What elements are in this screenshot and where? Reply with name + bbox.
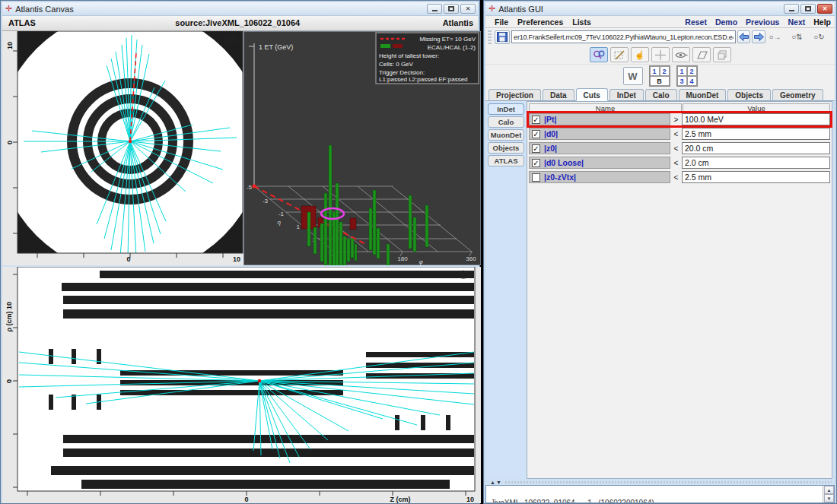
zoom-mode-button[interactable] <box>590 47 608 62</box>
cut-operator[interactable]: < <box>670 173 682 182</box>
tab-data[interactable]: Data <box>543 89 574 100</box>
floppy-disk-icon <box>497 32 508 42</box>
legend-trigger-label: Trigger Decision: <box>379 69 425 76</box>
save-button[interactable] <box>495 30 510 44</box>
grid-b-cell-1[interactable]: 1 <box>650 66 660 76</box>
cut-value-field[interactable]: 100.0 MeV <box>682 113 830 125</box>
checkbox[interactable] <box>532 173 540 182</box>
crosshair-icon <box>654 49 667 61</box>
scroll-down-button[interactable]: ▼ <box>824 494 834 502</box>
cut-operator[interactable]: < <box>670 130 682 138</box>
yx-x-right-label: 10 <box>233 255 240 263</box>
maximize-button[interactable] <box>444 4 459 14</box>
layout-grid-4[interactable]: 1 2 3 4 <box>676 65 698 87</box>
menu-demo[interactable]: Demo <box>715 17 737 27</box>
tab-calo[interactable]: Calo <box>645 89 677 100</box>
svg-text:-1: -1 <box>278 211 285 217</box>
tab-objects[interactable]: Objects <box>727 89 771 100</box>
previous-file-button[interactable] <box>737 30 751 43</box>
side-tab-muondet[interactable]: MuonDet <box>488 129 524 141</box>
rz-x-axis-label: Z (cm) <box>390 496 411 503</box>
grid-b-cell-b[interactable]: B <box>650 76 670 86</box>
rubberband-mode-button[interactable] <box>610 47 629 62</box>
canvas-titlebar[interactable]: ✛ Atlantis Canvas ✕ <box>2 2 478 16</box>
output-console[interactable]: JiveXML_106022_01064 1 (106022001064) ▲ … <box>485 485 835 503</box>
menu-lists[interactable]: Lists <box>572 17 591 27</box>
fisheye-mode-button[interactable] <box>672 47 690 62</box>
layout-grid-b[interactable]: 1 2 B <box>649 65 670 87</box>
skew-mode-button[interactable] <box>692 47 711 62</box>
loop-updown-icon[interactable]: ○⇅ <box>788 30 807 43</box>
scroll-up-button[interactable]: ▲ <box>824 486 834 494</box>
copy-layout-button[interactable] <box>713 47 731 62</box>
side-tab-indet[interactable]: InDet <box>488 103 524 115</box>
eta-symbol: η <box>278 219 282 226</box>
grid-4-cell-1[interactable]: 1 <box>677 66 687 76</box>
output-scrollbar[interactable]: ▲ ▼ <box>823 486 834 502</box>
gui-titlebar[interactable]: ✛ Atlantis GUI ✕ <box>485 2 835 16</box>
cut-name-cell[interactable]: ✓ |Pt| <box>529 113 670 125</box>
tab-projection[interactable]: Projection <box>489 89 541 100</box>
menu-next[interactable]: Next <box>788 17 805 27</box>
side-tab-calo[interactable]: Calo <box>488 116 524 128</box>
side-tab-objects[interactable]: Objects <box>488 142 524 154</box>
tab-geometry[interactable]: Geometry <box>772 89 823 100</box>
atlantis-logo-icon: ✛ <box>489 5 495 13</box>
menu-file[interactable]: File <box>495 17 508 27</box>
cut-name-cell[interactable]: ✓ |d0 Loose| <box>529 157 670 169</box>
event-source-field[interactable] <box>511 30 735 43</box>
splitter-bar[interactable]: ▲▼ <box>485 479 835 485</box>
minimize-button[interactable] <box>784 4 799 14</box>
cut-value-field[interactable]: 2.5 mm <box>682 171 830 183</box>
checkbox[interactable]: ✓ <box>532 130 540 138</box>
cut-name-cell[interactable]: |z0-zVtx| <box>529 171 670 183</box>
gui-window-title: Atlantis GUI <box>498 5 543 14</box>
grid-4-cell-3[interactable]: 3 <box>677 76 687 86</box>
toolbar-grip[interactable] <box>488 30 492 44</box>
close-button[interactable]: ✕ <box>460 4 476 14</box>
cut-value-field[interactable]: 20.0 cm <box>682 142 830 154</box>
minimize-button[interactable] <box>427 4 442 14</box>
rz-vertex-dot <box>258 379 261 382</box>
atlantis-logo-icon: ✛ <box>5 5 12 13</box>
parallelogram-icon <box>695 49 708 61</box>
grid-4-cell-4[interactable]: 4 <box>687 76 697 86</box>
splitter-grip[interactable] <box>505 481 832 483</box>
checkbox[interactable]: ✓ <box>532 116 540 124</box>
tab-muondet[interactable]: MuonDet <box>679 89 727 100</box>
menu-reset[interactable]: Reset <box>685 17 707 27</box>
rz-projection-view[interactable]: ρ (cm) 10 0 0 Z (cm) 10 <box>2 267 481 503</box>
grid-b-cell-2[interactable]: 2 <box>660 66 670 76</box>
splitter-collapse-icons[interactable]: ▲▼ <box>490 480 502 485</box>
grid-4-cell-2[interactable]: 2 <box>687 66 697 76</box>
tab-cuts[interactable]: Cuts <box>576 88 608 101</box>
lego-legend: Missing ET= 10 GeV ECAL/HCAL (1-2) Heigh… <box>376 33 479 84</box>
crosshair-mode-button[interactable] <box>651 47 670 62</box>
window-w-button[interactable]: W <box>623 67 643 85</box>
column-header-name: Name <box>529 103 682 113</box>
menu-previous[interactable]: Previous <box>746 17 779 27</box>
menu-preferences[interactable]: Preferences <box>517 17 563 27</box>
tab-indet[interactable]: InDet <box>609 89 644 100</box>
lego-plot-view[interactable]: 1 ET (GeV) -5 -3 -1 1 3 5 <box>243 31 481 265</box>
menu-help[interactable]: Help <box>813 17 831 27</box>
checkbox[interactable]: ✓ <box>532 144 540 153</box>
next-file-button[interactable] <box>752 30 765 43</box>
checkbox[interactable]: ✓ <box>532 159 540 167</box>
cut-value-field[interactable]: 2.0 cm <box>682 157 830 169</box>
yx-projection-view[interactable]: 10 0 0 10 <box>2 31 243 265</box>
side-tab-atlas[interactable]: ATLAS <box>488 155 524 166</box>
loop-once-icon[interactable]: ○→ <box>765 30 784 43</box>
svg-text:180: 180 <box>397 255 408 262</box>
cut-name-cell[interactable]: ✓ |z0| <box>529 142 670 154</box>
cut-operator[interactable]: < <box>670 159 682 167</box>
cut-value-field[interactable]: 2.5 mm <box>682 128 830 140</box>
pick-hand-mode-button[interactable]: ☝ <box>631 47 649 62</box>
close-button[interactable]: ✕ <box>817 4 832 14</box>
cut-operator[interactable]: < <box>670 144 682 153</box>
loop-repeat-icon[interactable]: ○↻ <box>810 30 829 43</box>
legend-cells-label: Cells: 0 GeV <box>379 61 414 68</box>
cut-name-cell[interactable]: ✓ |d0| <box>529 128 670 140</box>
cut-operator[interactable]: > <box>670 116 682 124</box>
maximize-button[interactable] <box>800 4 816 14</box>
